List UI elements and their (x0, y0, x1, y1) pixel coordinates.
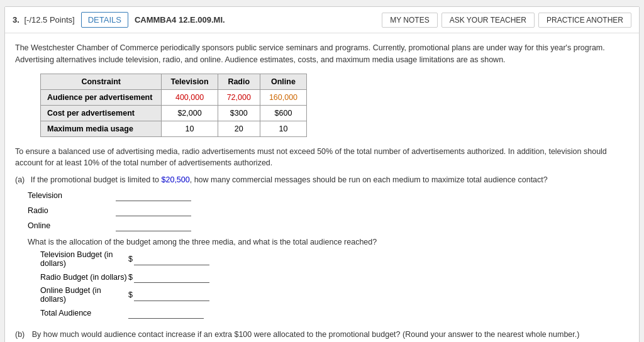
question-number: 3. [-/12.5 Points] (13, 15, 75, 25)
tv-budget-row: Television Budget (in dollars) $ (40, 250, 629, 268)
cell-online-cost: $600 (260, 105, 306, 121)
constraint-text: To ensure a balanced use of advertising … (15, 146, 629, 170)
radio-ads-row: Radio (28, 204, 629, 216)
tv-ads-input[interactable] (116, 189, 191, 201)
row-label-audience: Audience per advertisement (41, 89, 162, 105)
practice-another-button[interactable]: PRACTICE ANOTHER (538, 13, 631, 28)
radio-budget-input[interactable] (134, 271, 209, 283)
tv-budget-label: Television Budget (in dollars) (40, 250, 128, 268)
radio-ads-input[interactable] (116, 204, 191, 216)
my-notes-button[interactable]: MY NOTES (382, 13, 437, 28)
cell-tv-audience: 400,000 (162, 89, 218, 105)
allocation-section: What is the allocation of the budget amo… (28, 238, 629, 319)
cell-radio-cost: $300 (218, 105, 260, 121)
table-row: Cost per advertisement $2,000 $300 $600 (41, 105, 307, 121)
col-header-tv: Television (162, 74, 218, 89)
tv-ads-label: Television (28, 191, 116, 200)
tv-budget-input[interactable] (134, 253, 209, 265)
ask-teacher-button[interactable]: ASK YOUR TEACHER (441, 13, 535, 28)
online-ads-label: Online (28, 221, 116, 230)
total-audience-input[interactable] (128, 307, 204, 319)
radio-budget-label: Radio Budget (in dollars) (40, 273, 128, 282)
col-header-radio: Radio (218, 74, 260, 89)
online-budget-label: Online Budget (in dollars) (40, 286, 128, 304)
total-audience-row: Total Audience (40, 307, 629, 319)
cell-tv-max: 10 (162, 121, 218, 136)
part-a-label: (a) If the promotional budget is limited… (15, 175, 629, 184)
table-row: Audience per advertisement 400,000 72,00… (41, 89, 307, 105)
total-audience-label: Total Audience (40, 309, 128, 317)
row-label-cost: Cost per advertisement (41, 105, 162, 121)
online-ads-input[interactable] (116, 219, 191, 231)
col-header-constraint: Constraint (41, 74, 162, 89)
allocation-question: What is the allocation of the budget amo… (28, 238, 629, 246)
advertising-table: Constraint Television Radio Online Audie… (40, 74, 307, 137)
intro-text: The Westchester Chamber of Commerce peri… (15, 42, 629, 66)
part-b-section: (b) By how much would audience contact i… (15, 329, 629, 342)
cell-radio-max: 20 (218, 121, 260, 136)
table-row: Maximum media usage 10 20 10 (41, 121, 307, 136)
part-b-label: (b) By how much would audience contact i… (15, 329, 629, 341)
part-a-section: (a) If the promotional budget is limited… (15, 175, 629, 319)
question-code: CAMMBA4 12.E.009.MI. (135, 15, 375, 25)
col-header-online: Online (260, 74, 306, 89)
cell-online-max: 10 (260, 121, 306, 136)
tv-ads-row: Television (28, 189, 629, 201)
radio-budget-row: Radio Budget (in dollars) $ (40, 271, 629, 283)
cell-radio-audience: 72,000 (218, 89, 260, 105)
radio-ads-label: Radio (28, 206, 116, 215)
online-budget-row: Online Budget (in dollars) $ (40, 286, 629, 304)
row-label-max: Maximum media usage (41, 121, 162, 136)
details-button[interactable]: DETAILS (81, 12, 128, 28)
cell-tv-cost: $2,000 (162, 105, 218, 121)
online-budget-input[interactable] (134, 289, 209, 301)
online-ads-row: Online (28, 219, 629, 231)
cell-online-audience: 160,000 (260, 89, 306, 105)
